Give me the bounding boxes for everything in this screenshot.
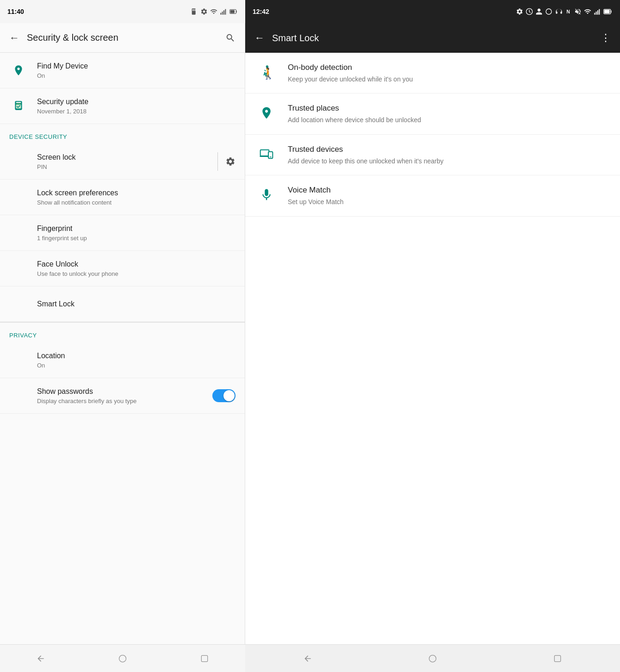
show-passwords-icon-space bbox=[9, 386, 28, 405]
sd-icon bbox=[191, 8, 198, 15]
screen-lock-text: Screen lock PIN bbox=[37, 153, 210, 170]
svg-rect-19 bbox=[611, 11, 612, 13]
svg-rect-5 bbox=[222, 12, 223, 15]
left-back-nav-button[interactable] bbox=[31, 649, 50, 668]
location-privacy-icon-space bbox=[9, 351, 28, 369]
smart-lock-title: Smart Lock bbox=[37, 299, 236, 309]
right-back-button[interactable]: ← bbox=[254, 32, 265, 44]
on-body-detection-icon: 🚶 bbox=[256, 62, 277, 82]
left-nav-bar bbox=[0, 644, 245, 672]
left-item-location[interactable]: Location On bbox=[0, 342, 245, 378]
wifi-icon-right bbox=[584, 8, 591, 15]
show-passwords-toggle[interactable] bbox=[212, 389, 236, 402]
right-status-icons: N bbox=[516, 8, 613, 15]
smart-lock-items: 🚶 On-body detection Keep your device unl… bbox=[245, 53, 620, 644]
location-title: Location bbox=[37, 351, 236, 361]
svg-rect-9 bbox=[236, 11, 237, 13]
right-recents-nav-button[interactable] bbox=[548, 649, 567, 668]
more-options-button[interactable]: ⋮ bbox=[601, 32, 611, 44]
mute-icon-right bbox=[574, 8, 582, 15]
trusted-places-text: Trusted places Add location where device… bbox=[288, 103, 609, 124]
left-item-find-my-device[interactable]: Find My Device On bbox=[0, 53, 245, 88]
wifi-icon-left bbox=[210, 8, 217, 15]
lock-screen-prefs-subtitle: Show all notification content bbox=[37, 199, 236, 206]
left-item-face-unlock[interactable]: Face Unlock Use face to unlock your phon… bbox=[0, 251, 245, 286]
n-icon: N bbox=[565, 8, 572, 15]
location-pin-icon bbox=[260, 106, 273, 120]
shield-check-icon bbox=[12, 100, 25, 112]
security-update-icon bbox=[9, 97, 28, 115]
settings-icon-right bbox=[516, 8, 523, 15]
left-time: 11:40 bbox=[7, 8, 24, 15]
back-nav-icon-right bbox=[303, 654, 312, 663]
trusted-devices-text: Trusted devices Add device to keep this … bbox=[288, 144, 609, 166]
person-walking-icon: 🚶 bbox=[259, 65, 274, 80]
left-home-nav-button[interactable] bbox=[113, 649, 132, 668]
recents-nav-icon-right bbox=[553, 654, 562, 663]
svg-rect-30 bbox=[270, 156, 272, 157]
svg-rect-23 bbox=[16, 104, 21, 104]
right-item-voice-match[interactable]: Voice Match Set up Voice Match bbox=[245, 175, 620, 216]
lock-screen-prefs-text: Lock screen preferences Show all notific… bbox=[37, 188, 236, 206]
right-back-nav-button[interactable] bbox=[298, 649, 317, 668]
fingerprint-subtitle: 1 fingerprint set up bbox=[37, 235, 236, 242]
fingerprint-title: Fingerprint bbox=[37, 224, 236, 234]
find-my-device-subtitle: On bbox=[37, 72, 236, 79]
right-item-trusted-places[interactable]: Trusted places Add location where device… bbox=[245, 93, 620, 134]
security-update-subtitle: November 1, 2018 bbox=[37, 108, 236, 115]
left-item-lock-screen-prefs[interactable]: Lock screen preferences Show all notific… bbox=[0, 180, 245, 215]
svg-point-33 bbox=[429, 655, 436, 662]
home-nav-icon-left bbox=[118, 654, 127, 663]
signal-icon-left bbox=[220, 8, 227, 15]
left-recents-nav-button[interactable] bbox=[195, 649, 214, 668]
svg-rect-14 bbox=[594, 13, 595, 15]
svg-rect-20 bbox=[604, 10, 610, 13]
toggle-switch[interactable] bbox=[212, 389, 236, 402]
trusted-devices-icon bbox=[256, 144, 277, 164]
recents-nav-icon-left bbox=[200, 654, 209, 663]
show-passwords-title: Show passwords bbox=[37, 387, 212, 397]
location-text: Location On bbox=[37, 351, 236, 369]
left-search-button[interactable] bbox=[225, 33, 236, 43]
right-item-trusted-devices[interactable]: Trusted devices Add device to keep this … bbox=[245, 135, 620, 175]
screen-lock-icon-space bbox=[9, 152, 28, 171]
left-item-screen-lock[interactable]: Screen lock PIN bbox=[0, 144, 245, 180]
left-back-button[interactable]: ← bbox=[9, 32, 19, 44]
right-panel-title: Smart Lock bbox=[272, 33, 601, 44]
left-item-show-passwords[interactable]: Show passwords Display characters briefl… bbox=[0, 378, 245, 414]
find-my-device-text: Find My Device On bbox=[37, 62, 236, 79]
left-item-security-update[interactable]: Security update November 1, 2018 bbox=[0, 88, 245, 124]
screen-lock-gear-icon[interactable] bbox=[225, 156, 236, 167]
svg-rect-6 bbox=[223, 10, 224, 14]
voice-match-text: Voice Match Set up Voice Match bbox=[288, 185, 609, 206]
devices-icon bbox=[259, 147, 274, 162]
right-nav-bar bbox=[245, 644, 620, 672]
trusted-places-icon bbox=[256, 103, 277, 123]
svg-rect-10 bbox=[230, 10, 235, 13]
svg-rect-32 bbox=[201, 655, 207, 661]
left-status-bar: 11:40 bbox=[0, 0, 245, 23]
right-item-on-body-detection[interactable]: 🚶 On-body detection Keep your device unl… bbox=[245, 53, 620, 93]
lock-screen-prefs-icon-space bbox=[9, 188, 28, 206]
trusted-places-title: Trusted places bbox=[288, 103, 609, 114]
screen-lock-subtitle: PIN bbox=[37, 163, 210, 170]
on-body-detection-text: On-body detection Keep your device unloc… bbox=[288, 62, 609, 84]
screen-lock-title: Screen lock bbox=[37, 153, 210, 162]
right-home-nav-button[interactable] bbox=[423, 649, 442, 668]
right-time: 12:42 bbox=[253, 8, 269, 15]
gear-icon bbox=[225, 156, 236, 167]
face-unlock-text: Face Unlock Use face to unlock your phon… bbox=[37, 260, 236, 277]
smart-lock-icon-space bbox=[9, 295, 28, 313]
microphone-icon bbox=[260, 188, 273, 202]
left-panel-header: ← Security & lock screen bbox=[0, 23, 245, 53]
svg-rect-22 bbox=[16, 102, 21, 103]
left-item-fingerprint[interactable]: Fingerprint 1 fingerprint set up bbox=[0, 215, 245, 251]
show-passwords-subtitle: Display characters briefly as you type bbox=[37, 398, 212, 404]
left-item-smart-lock[interactable]: Smart Lock bbox=[0, 286, 245, 323]
toggle-knob bbox=[223, 390, 235, 401]
location-icon bbox=[12, 64, 25, 76]
svg-rect-4 bbox=[220, 13, 221, 15]
lock-screen-prefs-title: Lock screen preferences bbox=[37, 188, 236, 198]
face-unlock-title: Face Unlock bbox=[37, 260, 236, 269]
svg-rect-15 bbox=[596, 12, 597, 15]
